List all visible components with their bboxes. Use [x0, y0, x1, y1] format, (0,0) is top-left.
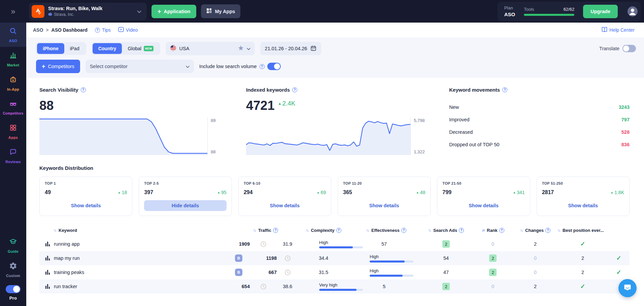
- column-header-traffic[interactable]: ↑↓Traffic: [250, 228, 298, 233]
- device-option-iphone[interactable]: iPhone: [37, 43, 64, 54]
- add-competitors-button[interactable]: + Competitors: [36, 60, 80, 73]
- table-header: ↑↓Keyword ↑↓Traffic ↑↓Complexity ↑↓Effec…: [39, 223, 630, 237]
- video-link[interactable]: Video: [118, 27, 138, 33]
- movement-row: New 3243: [449, 101, 630, 113]
- pro-section: Pro: [0, 282, 26, 306]
- column-header-search-ads[interactable]: ↑↓Search Ads: [419, 228, 473, 233]
- low-volume-toggle[interactable]: [267, 63, 281, 70]
- history-clock-icon[interactable]: [277, 269, 298, 276]
- sidebar-item-competitors[interactable]: Competitors: [0, 95, 26, 119]
- table-row[interactable]: running app 1909 31.9 High 57 2 0 2 ✓: [39, 237, 630, 251]
- sidebar-item-aso[interactable]: ASO: [0, 23, 26, 47]
- scope-option-global[interactable]: Global NEW: [122, 43, 159, 54]
- shopping-bag-icon: [9, 75, 17, 85]
- avatar[interactable]: [627, 6, 638, 17]
- help-icon[interactable]: [292, 87, 297, 92]
- movement-row: Decreased 528: [449, 126, 630, 138]
- show-details-button[interactable]: Show details: [542, 200, 624, 211]
- search-ads-value: 54: [419, 255, 473, 261]
- competitor-select[interactable]: Select competitor: [86, 60, 194, 73]
- my-apps-button[interactable]: My Apps: [201, 4, 240, 18]
- distribution-card-top1: TOP 1 4918 Show details: [39, 177, 132, 216]
- keyword-stats-icon[interactable]: [45, 256, 50, 261]
- keyword-text[interactable]: run tracker: [54, 284, 77, 289]
- help-icon[interactable]: [336, 228, 341, 233]
- column-header-complexity[interactable]: ↑↓Complexity: [298, 228, 349, 233]
- search-ads-value: 5: [349, 284, 419, 289]
- keyword-text[interactable]: map my run: [54, 255, 80, 261]
- help-icon[interactable]: [81, 87, 86, 92]
- help-icon[interactable]: [273, 228, 278, 233]
- country-select[interactable]: USA: [166, 42, 255, 55]
- add-application-button[interactable]: + Application: [151, 5, 196, 18]
- help-icon[interactable]: [401, 228, 406, 233]
- sidebar-item-custom[interactable]: Custom: [0, 257, 26, 282]
- keyword-stats-icon[interactable]: [45, 284, 50, 289]
- search-visibility-chart: 89 88: [39, 117, 225, 155]
- help-icon[interactable]: [545, 228, 550, 233]
- sidebar-item-apps[interactable]: Apps: [0, 119, 26, 144]
- app-root: » ASO Market In-App Competitors: [0, 0, 644, 306]
- search-visibility-value: 88: [39, 99, 54, 112]
- tips-link[interactable]: Tips: [95, 27, 111, 33]
- plan-value: ASO: [504, 11, 515, 17]
- device-option-ipad[interactable]: iPad: [64, 43, 85, 54]
- show-details-button[interactable]: Show details: [442, 200, 524, 211]
- keyword-text[interactable]: training peaks: [54, 270, 84, 275]
- help-icon[interactable]: [502, 87, 507, 92]
- traffic-value: 667: [250, 270, 277, 275]
- column-header-best-position[interactable]: ↑↓Best position ever...: [557, 228, 608, 233]
- distribution-card-top51-250: TOP 51-250 28171.8K Show details: [537, 177, 630, 216]
- history-clock-icon[interactable]: [250, 283, 277, 290]
- show-details-button[interactable]: Show details: [45, 200, 127, 211]
- show-details-button[interactable]: Show details: [343, 200, 425, 211]
- plus-icon: +: [158, 8, 161, 14]
- history-clock-icon[interactable]: [277, 255, 298, 262]
- check-icon: ✓: [608, 254, 630, 262]
- column-header-changes[interactable]: ↑↓Changes: [513, 228, 557, 233]
- sidebar-item-in-app[interactable]: In-App: [0, 71, 26, 95]
- chat-launcher-button[interactable]: [618, 279, 637, 297]
- chat-bubble-icon: [623, 283, 632, 293]
- upgrade-button[interactable]: Upgrade: [583, 5, 618, 18]
- distribution-card-top11-20: TOP 11-20 36548 Show details: [338, 177, 431, 216]
- column-header-rank[interactable]: ↓≡Rank: [473, 228, 513, 233]
- keyword-stats-icon[interactable]: [45, 242, 50, 246]
- table-row[interactable]: training peaks B 667 31.5 High 47 2 0 2 …: [39, 265, 630, 279]
- app-selector[interactable]: Strava: Run, Bike, Walk Strava, Inc.: [29, 3, 147, 20]
- page-title: ASO Dashboard: [52, 27, 88, 33]
- breadcrumb-root[interactable]: ASO: [33, 27, 43, 33]
- help-icon[interactable]: [260, 64, 265, 69]
- star-icon[interactable]: [238, 45, 244, 52]
- effectiveness-cell: High: [349, 268, 419, 277]
- usa-flag-icon: [170, 45, 176, 52]
- translate-toggle[interactable]: [622, 45, 636, 52]
- help-icon[interactable]: [459, 228, 464, 233]
- sidebar-collapse-button[interactable]: »: [0, 0, 26, 23]
- pro-toggle[interactable]: [6, 285, 21, 293]
- distribution-card-top2-5: TOP 2-5 39795 Hide details: [139, 177, 232, 216]
- branded-badge: B: [235, 269, 242, 276]
- help-icon[interactable]: [499, 228, 504, 233]
- date-range-picker[interactable]: 21.01.26 - 20.04.26: [260, 42, 321, 55]
- show-details-button[interactable]: Show details: [244, 200, 326, 211]
- table-row[interactable]: map my run B 1198 34.4 High 54 2 0 2 ✓: [39, 251, 630, 265]
- sidebar-item-reviews[interactable]: Reviews: [0, 144, 26, 168]
- calendar-icon: [310, 45, 316, 52]
- column-header-effectiveness[interactable]: ↑↓Effectiveness: [349, 228, 419, 233]
- column-header-keyword[interactable]: ↑↓Keyword: [39, 228, 235, 233]
- complexity-value: 31.9: [277, 241, 298, 247]
- keyword-text[interactable]: running app: [54, 241, 80, 247]
- complexity-value: 38.6: [277, 284, 298, 289]
- scope-option-country[interactable]: Country: [93, 43, 122, 54]
- help-center-link[interactable]: Help Center: [602, 27, 635, 33]
- hide-details-button[interactable]: Hide details: [144, 200, 226, 211]
- app-meta: Strava: Run, Bike, Walk Strava, Inc.: [48, 6, 102, 17]
- keyword-stats-icon[interactable]: [45, 270, 50, 275]
- sidebar-item-market[interactable]: Market: [0, 47, 26, 71]
- sort-icon: ↑↓: [428, 228, 431, 232]
- history-clock-icon[interactable]: [250, 241, 277, 248]
- branded-badge: B: [235, 254, 242, 262]
- table-row[interactable]: run tracker 654 38.6 Very high 5 2 0 2 ✓: [39, 279, 630, 294]
- sidebar-item-guide[interactable]: Guide: [0, 233, 26, 257]
